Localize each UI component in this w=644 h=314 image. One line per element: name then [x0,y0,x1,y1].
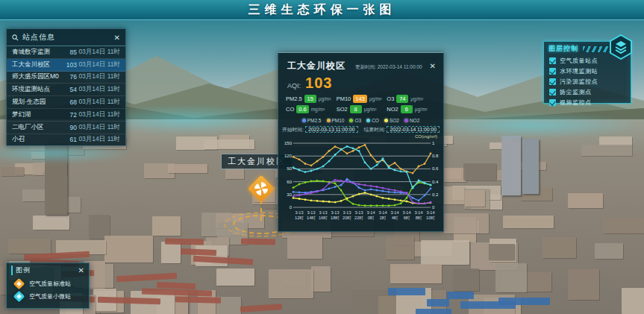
legend-item-label: 空气质量标准站 [29,280,71,288]
station-row[interactable]: 师大盛乐园区M01 76 03月14日 11时 [7,72,125,84]
station-name: 梦幻湖 [12,110,59,119]
legend-dot-icon [366,119,370,122]
svg-text:0: 0 [290,205,293,210]
svg-text:0.4: 0.4 [432,180,439,184]
pollutant-item: SO2 8 μg/m³ [337,105,387,113]
checkbox-checked-icon[interactable] [549,78,556,85]
legend-panel: 图例 ✕ 空气质量标准站 空气质量小微站 [6,263,90,309]
svg-text:1: 1 [432,141,435,145]
aqi-value: 103 [305,75,332,92]
station-row[interactable]: 工大金川校区 103 03月14日 11时 [7,59,125,72]
legend-title: 图例 [11,266,78,275]
station-row[interactable]: 二电厂小区 90 03月14日 11时 [7,122,125,134]
station-time: 03月14日 11时 [77,110,120,119]
pollutant-unit: mg/m³ [311,107,325,112]
svg-text:3-14: 3-14 [390,210,398,215]
pollutant-value-badge: 15 [304,95,316,103]
pollutant-value-badge: 8 [350,105,362,113]
pollutant-item: PM10 143 μg/m³ [337,95,387,103]
close-icon[interactable]: ✕ [430,62,436,70]
svg-text:3-14: 3-14 [402,210,410,215]
station-name: 环境监测站点 [12,85,59,94]
chart-legend-item[interactable]: PM10 [327,118,345,123]
station-name: 小召 [12,135,59,144]
station-name: 二电厂小区 [12,123,59,132]
station-marker-icon [13,278,25,290]
layer-item[interactable]: 扬尘监测点 [544,87,631,97]
close-icon[interactable]: ✕ [114,34,120,42]
layer-label: 水环境监测站 [560,67,598,75]
pollutant-value-badge: 143 [353,95,367,103]
checkbox-checked-icon[interactable] [549,68,556,75]
station-value: 72 [59,111,77,119]
pollutant-unit: μg/m³ [369,96,382,101]
svg-text:3-14: 3-14 [378,210,387,215]
layer-label: 扬尘监测点 [560,88,592,96]
station-name: 规划·生态园 [12,98,59,107]
legend-rows: 空气质量标准站 空气质量小微站 [7,277,89,303]
start-time-box[interactable]: 2022-03-13 11:00:00 [305,126,358,133]
aqi-detail-panel: 工大金川校区 更新时间: 2022-03-14 11:00:00 ✕ AQI: … [278,52,444,232]
search-icon[interactable] [12,34,19,41]
svg-text:0.8: 0.8 [432,154,439,158]
chart-legend-item[interactable]: PM2.5 [302,118,322,123]
station-row[interactable]: 梦幻湖 72 03月14日 11时 [7,109,125,122]
pollutant-item: CO 0.6 mg/m³ [286,105,337,113]
chart-legend-item[interactable]: NO2 [404,118,419,123]
chart-legend-item[interactable]: SO2 [384,118,399,123]
legend-series-name: SO2 [390,118,399,123]
svg-text:0.2: 0.2 [432,192,439,197]
svg-text:3-13: 3-13 [331,210,339,215]
checkbox-checked-icon[interactable] [549,89,556,95]
svg-text:0时: 0时 [368,216,375,220]
legend-series-name: CO [372,118,379,123]
svg-text:8时: 8时 [416,216,422,220]
layer-item[interactable]: 水环境监测站 [544,66,631,76]
svg-text:3-13: 3-13 [307,210,315,215]
station-row[interactable]: 规划·生态园 68 03月14日 11时 [7,96,125,109]
checkbox-checked-icon[interactable] [549,99,556,106]
station-value: 85 [59,48,77,56]
legend-dot-icon [327,119,331,122]
svg-text:90: 90 [287,166,292,171]
station-row[interactable]: 小召 61 03月14日 11时 [7,134,125,147]
svg-text:3-13: 3-13 [319,210,327,215]
map-scene[interactable]: 三维生态环保一张图 站点信息 ✕ 青城数字监测 85 03月14日 11时工大金… [0,0,644,314]
pollutant-unit: μg/m³ [364,107,377,112]
close-icon[interactable]: ✕ [78,266,84,274]
svg-text:3-14: 3-14 [414,210,422,215]
end-time-box[interactable]: 2022-03-14 11:00:00 [387,126,440,133]
pollutant-item: O3 74 μg/m³ [387,95,437,103]
station-name: 工大金川校区 [12,60,59,69]
checkbox-checked-icon[interactable] [549,57,556,64]
svg-text:150: 150 [284,141,293,145]
svg-text:22时: 22时 [354,216,363,220]
pollutant-name: CO [286,106,294,113]
legend-series-name: PM10 [332,118,345,123]
pollutant-name: SO2 [337,106,348,113]
station-row[interactable]: 环境监测站点 54 03月14日 11时 [7,84,125,96]
station-list-panel: 站点信息 ✕ 青城数字监测 85 03月14日 11时工大金川校区 103 03… [6,28,126,146]
start-time: 开始时间: 2022-03-13 11:00:00 [282,126,358,134]
layer-item[interactable]: 视频监控点 [544,97,631,107]
svg-text:120: 120 [284,154,293,158]
svg-text:3-13: 3-13 [295,210,303,215]
svg-text:0: 0 [432,205,435,210]
chart-legend-item[interactable]: CO [366,118,379,123]
station-row[interactable]: 青城数字监测 85 03月14日 11时 [7,46,125,59]
pollutant-name: NO2 [387,106,398,113]
svg-text:3-14: 3-14 [426,210,434,215]
station-time: 03月14日 11时 [77,72,120,81]
pollutant-name: PM10 [337,95,351,102]
layers-icon[interactable] [608,34,634,60]
pollutant-grid: PM2.5 15 μg/m³PM10 143 μg/m³O3 74 μg/m³C… [278,93,443,116]
legend-dot-icon [384,119,388,122]
pollutant-value-badge: 74 [396,95,408,103]
chart-legend-item[interactable]: O3 [349,118,361,123]
svg-text:3-13: 3-13 [343,210,351,215]
station-marker-icon[interactable] [248,175,275,203]
right-axis-label: CO(mg/m³) [278,134,443,139]
app-header: 三维生态环保一张图 [0,0,644,20]
layer-item[interactable]: 污染源监控点 [544,76,631,87]
legend-item: 空气质量小微站 [7,290,89,303]
